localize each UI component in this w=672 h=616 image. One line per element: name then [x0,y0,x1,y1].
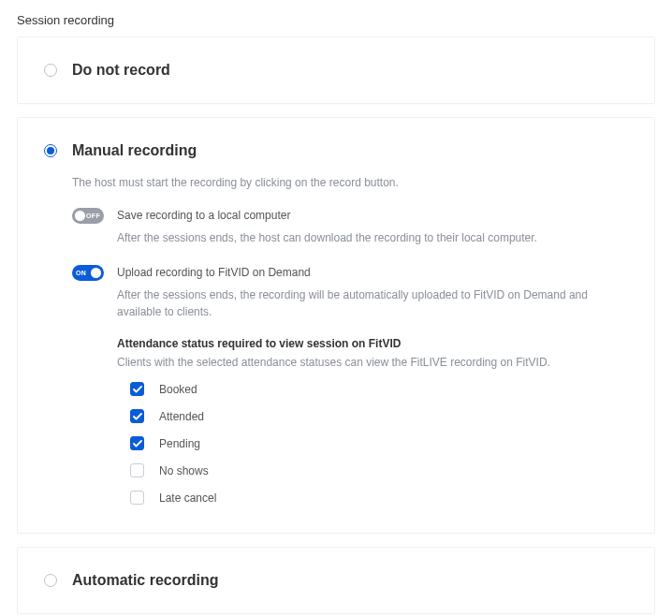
checkbox-label: Pending [159,437,200,450]
manual-description: The host must start the recording by cli… [72,176,628,189]
radio-label: Do not record [72,62,170,79]
checkbox-icon [130,463,144,477]
toggle-label: Save recording to a local computer [117,208,628,224]
checkbox-row-attended[interactable]: Attended [130,409,628,423]
toggle-label: Upload recording to FitVID on Demand [117,265,628,281]
checkbox-row-late-cancel[interactable]: Late cancel [130,491,628,505]
option-card-automatic: Automatic recording [17,547,655,614]
radio-manual[interactable]: Manual recording [44,142,628,159]
page-title: Session recording [0,0,672,37]
toggle-knob [91,268,101,278]
option-card-do-not-record: Do not record [17,37,655,104]
checkbox-label: Attended [159,410,204,423]
toggle-content: Save recording to a local computer After… [117,208,628,246]
checkbox-row-booked[interactable]: Booked [130,382,628,396]
radio-label: Automatic recording [72,572,218,589]
toggle-upload-fitvid[interactable]: ON [72,265,104,281]
toggle-row-upload-fitvid: ON Upload recording to FitVID on Demand … [72,265,628,320]
manual-body: The host must start the recording by cli… [44,176,628,505]
checkbox-icon [130,409,144,423]
toggle-knob [75,211,85,221]
checkbox-label: Late cancel [159,491,216,505]
checkbox-row-no-shows[interactable]: No shows [130,463,628,477]
attendance-checkbox-list: Booked Attended Pending [117,382,628,505]
option-card-manual: Manual recording The host must start the… [17,117,655,534]
attendance-section: Attendance status required to view sessi… [72,337,628,505]
radio-do-not-record[interactable]: Do not record [44,62,628,79]
checkbox-label: Booked [159,383,197,396]
toggle-description: After the sessions ends, the recording w… [117,286,628,320]
toggle-content: Upload recording to FitVID on Demand Aft… [117,265,628,320]
toggle-save-local[interactable]: OFF [72,208,104,224]
checkbox-row-pending[interactable]: Pending [130,436,628,450]
checkbox-icon [130,491,144,505]
radio-icon [44,64,57,77]
toggle-state-text: OFF [86,213,100,219]
checkbox-icon [130,436,144,450]
radio-icon [44,574,57,587]
attendance-description: Clients with the selected attendance sta… [117,356,628,369]
toggle-description: After the sessions ends, the host can do… [117,229,628,246]
attendance-heading: Attendance status required to view sessi… [117,337,628,350]
radio-icon [44,144,57,157]
toggle-row-save-local: OFF Save recording to a local computer A… [72,208,628,246]
radio-label: Manual recording [72,142,197,159]
radio-automatic[interactable]: Automatic recording [44,572,628,589]
checkbox-label: No shows [159,464,209,477]
checkbox-icon [130,382,144,396]
toggle-state-text: ON [76,270,86,276]
